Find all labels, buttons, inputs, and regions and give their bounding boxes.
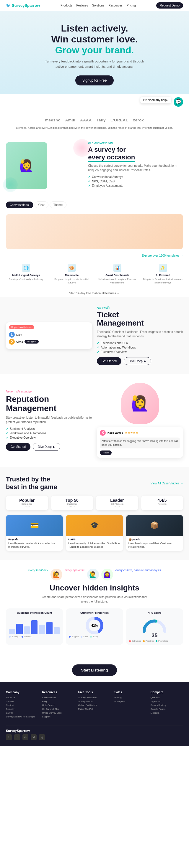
linkedin-icon[interactable]: in	[22, 734, 28, 740]
footer-link[interactable]: Careers	[6, 700, 38, 703]
ticket-card: Report quality issue L Liam O Olivia Ass…	[6, 322, 92, 349]
case-image-uafs: 🎓	[66, 515, 123, 536]
survey-illustration: 🙋‍♀️	[6, 142, 85, 189]
footer-link[interactable]: Enterprise	[114, 700, 147, 703]
assign-button[interactable]: Assign to	[25, 340, 39, 344]
footer-link[interactable]: Case Studies	[42, 696, 74, 699]
trial-link[interactable]: Start 14 day free trial on all features …	[0, 289, 189, 297]
stat-year: 2023	[55, 505, 90, 508]
footer-link[interactable]: Survey Maker	[78, 700, 111, 703]
legend-item: Support	[69, 636, 79, 638]
footer-link[interactable]: Qualtrics	[151, 696, 183, 699]
ticket-section: Report quality issue L Liam O Olivia Ass…	[0, 297, 189, 374]
footer-bottom: SurveySparrow f t in yt ig	[6, 725, 183, 740]
ticket-user2: Olivia	[16, 340, 23, 343]
legend-item: Detractors	[129, 640, 141, 642]
instagram-icon[interactable]: ig	[39, 734, 45, 740]
footer-link[interactable]: Pricing	[114, 696, 147, 699]
rep-reply-button[interactable]: Reply	[100, 451, 112, 455]
theme-icon: 🎨	[68, 264, 76, 272]
people-illustration: every feedback 🙋 every applause 🙋‍♂️ 🙆‍♀…	[6, 569, 183, 581]
nav-link-features[interactable]: Features	[77, 4, 88, 7]
case-card-paysafe[interactable]: 💳 Paysafe: How Paysafe creates slick and…	[6, 515, 63, 551]
reputation-dive-deep[interactable]: Dive Deep ▶	[33, 443, 60, 451]
feature-title: Themeable	[51, 274, 93, 277]
youtube-icon[interactable]: yt	[31, 734, 36, 740]
footer-link[interactable]: SurveySparrow for Startups	[6, 715, 38, 718]
stats-row: Popular Enterprise 2023 Top 50 Customer …	[6, 496, 183, 510]
insights-section: every feedback 🙋 every applause 🙋‍♂️ 🙆‍♀…	[0, 560, 189, 658]
bar-chart	[9, 617, 60, 634]
tab-theme[interactable]: Theme	[50, 202, 66, 208]
start-listening-section: Start Listening	[0, 658, 189, 682]
footer-link[interactable]: Security	[6, 708, 38, 710]
stat-num: 4.4/5	[145, 498, 180, 503]
reputation-card: K Katie James ★★★★★ Attention: Thanks fo…	[97, 427, 183, 458]
gauge-svg	[141, 617, 168, 633]
ticket-dive-deep[interactable]: Dive Deep ▶	[124, 357, 151, 365]
ticket-user-row: L Liam	[9, 332, 89, 338]
insights-tag3: every culture, capture and analysis	[115, 569, 161, 581]
stat-label: Enterprise	[9, 503, 45, 505]
check-item: Conversational Surveys	[88, 175, 183, 179]
footer-link[interactable]: Medallia	[151, 712, 183, 714]
rep-message: Attention: Thanks for flagging this. We'…	[100, 437, 180, 448]
footer-link[interactable]: About us	[6, 696, 38, 699]
survey-tabs: Conversational Chat Theme	[0, 199, 189, 211]
feature-title: Multi-Lingual Surveys	[5, 274, 48, 277]
footer-col-title: Compare	[151, 691, 183, 694]
footer-link[interactable]: Contact	[6, 704, 38, 707]
nav-link-products[interactable]: Products	[60, 4, 72, 7]
insights-tag1: every feedback	[28, 569, 48, 581]
footer-col-title: Sales	[114, 691, 147, 694]
donut-value: 42%	[88, 620, 101, 631]
explore-templates-link[interactable]: Explore over 1500 templates →	[0, 252, 189, 259]
ticket-get-started[interactable]: Get Started	[97, 357, 122, 365]
bar	[9, 629, 15, 634]
footer-link[interactable]: SurveyMonkey	[151, 704, 183, 707]
footer-link[interactable]: TypeForm	[151, 700, 183, 703]
rep-avatar: K	[100, 430, 106, 436]
hero-section: Listen actively. Win customer love. Grow…	[0, 11, 189, 94]
footer-link[interactable]: GDPR	[6, 712, 38, 714]
footer-link[interactable]: Office Survey Blog	[42, 712, 74, 714]
footer-link[interactable]: Make The Poll	[78, 708, 111, 710]
footer-link[interactable]: Google Forms	[151, 708, 183, 710]
start-listening-button[interactable]: Start Listening	[72, 664, 117, 676]
footer-link[interactable]: Help Center	[42, 704, 74, 707]
footer-link[interactable]: Support	[42, 715, 74, 718]
view-all-cases-link[interactable]: View All Case Studies →	[151, 482, 183, 485]
case-card-uafs[interactable]: 🎓 UAFS How University of Arkansas-Fort S…	[66, 515, 123, 551]
preview-content	[6, 214, 183, 249]
footer-free-tools: Free Tools Survey Templates Survey Maker…	[78, 691, 111, 719]
logo[interactable]: 🐦 SurveySparrow	[6, 3, 40, 8]
nav-link-pricing[interactable]: Pricing	[127, 4, 136, 7]
footer-logo: SurveySparrow	[6, 729, 45, 733]
reputation-subtitle: Stay proactive. Listen to impactful feed…	[6, 415, 92, 424]
tab-conversational[interactable]: Conversational	[6, 202, 33, 208]
facebook-icon[interactable]: f	[6, 734, 12, 740]
nav-link-resources[interactable]: Resources	[108, 4, 123, 7]
bar-highlight	[31, 620, 37, 634]
footer-link[interactable]: Blog	[42, 700, 74, 703]
case-card-paack[interactable]: 📦 📦 paack How Paack Improved their Custo…	[126, 515, 183, 551]
signup-button[interactable]: Signup for Free	[75, 75, 114, 86]
case-studies-grid: 💳 Paysafe: How Paysafe creates slick and…	[6, 515, 183, 551]
bar	[54, 627, 60, 634]
nav-link-solutions[interactable]: Solutions	[92, 4, 104, 7]
reputation-get-started[interactable]: Get Started	[6, 443, 30, 451]
footer-link[interactable]: Online Poll Maker	[78, 704, 111, 707]
hero-subtitle: Turn every feedback into a growth opport…	[44, 59, 145, 69]
survey-person-image: 🙋‍♀️	[6, 142, 47, 189]
chat-button[interactable]: 💬	[173, 97, 183, 107]
tab-chat[interactable]: Chat	[34, 202, 49, 208]
footer-link[interactable]: Survey Templates	[78, 696, 111, 699]
survey-preview	[6, 214, 183, 249]
request-demo-button[interactable]: Request Demo	[156, 2, 183, 8]
chart-title: NPS Score	[129, 611, 180, 614]
check-item: Escalations and SLA	[97, 341, 183, 345]
bar-highlight	[16, 624, 22, 634]
twitter-icon[interactable]: t	[14, 734, 20, 740]
footer-link[interactable]: CX Summit Blog	[42, 708, 74, 710]
reputation-title: Reputation Management	[6, 395, 92, 413]
